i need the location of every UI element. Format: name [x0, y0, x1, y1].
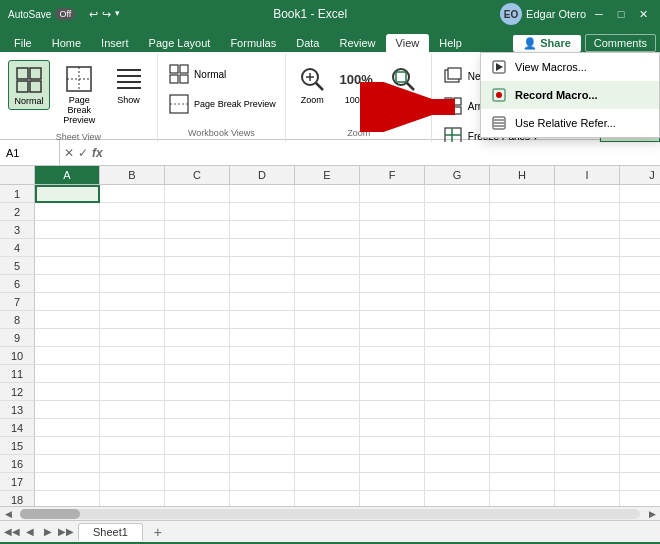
cell-I4[interactable]	[555, 239, 620, 257]
col-header-F[interactable]: F	[360, 166, 425, 184]
cell-E1[interactable]	[295, 185, 360, 203]
cell-C1[interactable]	[165, 185, 230, 203]
cell-A11[interactable]	[35, 365, 100, 383]
cell-A3[interactable]	[35, 221, 100, 239]
cell-D13[interactable]	[230, 401, 295, 419]
cell-C12[interactable]	[165, 383, 230, 401]
cell-G8[interactable]	[425, 311, 490, 329]
cell-C10[interactable]	[165, 347, 230, 365]
row-header-4[interactable]: 4	[0, 239, 35, 257]
formula-input[interactable]	[107, 140, 660, 165]
cell-C17[interactable]	[165, 473, 230, 491]
cell-C14[interactable]	[165, 419, 230, 437]
cell-J18[interactable]	[620, 491, 660, 506]
cell-H13[interactable]	[490, 401, 555, 419]
cell-F13[interactable]	[360, 401, 425, 419]
cell-E10[interactable]	[295, 347, 360, 365]
cell-J4[interactable]	[620, 239, 660, 257]
cell-G5[interactable]	[425, 257, 490, 275]
cell-E12[interactable]	[295, 383, 360, 401]
minimize-button[interactable]: ─	[590, 5, 608, 23]
cell-J2[interactable]	[620, 203, 660, 221]
cell-B13[interactable]	[100, 401, 165, 419]
cell-B17[interactable]	[100, 473, 165, 491]
cell-F1[interactable]	[360, 185, 425, 203]
cell-J1[interactable]	[620, 185, 660, 203]
col-header-I[interactable]: I	[555, 166, 620, 184]
cell-C16[interactable]	[165, 455, 230, 473]
cell-A6[interactable]	[35, 275, 100, 293]
cell-F10[interactable]	[360, 347, 425, 365]
col-header-J[interactable]: J	[620, 166, 660, 184]
row-header-9[interactable]: 9	[0, 329, 35, 347]
record-macro-item[interactable]: Record Macro...	[481, 81, 659, 109]
cell-I13[interactable]	[555, 401, 620, 419]
cell-G11[interactable]	[425, 365, 490, 383]
cell-B7[interactable]	[100, 293, 165, 311]
cell-D16[interactable]	[230, 455, 295, 473]
cell-B14[interactable]	[100, 419, 165, 437]
cell-F18[interactable]	[360, 491, 425, 506]
page-break-preview-button[interactable]: Page BreakPreview	[52, 60, 106, 128]
cell-C11[interactable]	[165, 365, 230, 383]
cell-C9[interactable]	[165, 329, 230, 347]
close-button[interactable]: ✕	[634, 5, 652, 23]
row-header-12[interactable]: 12	[0, 383, 35, 401]
cell-A12[interactable]	[35, 383, 100, 401]
cell-J6[interactable]	[620, 275, 660, 293]
tab-insert[interactable]: Insert	[91, 34, 139, 52]
cell-F11[interactable]	[360, 365, 425, 383]
cell-H17[interactable]	[490, 473, 555, 491]
cell-C6[interactable]	[165, 275, 230, 293]
cell-H16[interactable]	[490, 455, 555, 473]
formula-cancel-button[interactable]: ✕	[64, 146, 74, 160]
row-header-15[interactable]: 15	[0, 437, 35, 455]
row-header-18[interactable]: 18	[0, 491, 35, 506]
normal-view-button[interactable]: Normal	[8, 60, 50, 110]
cell-H12[interactable]	[490, 383, 555, 401]
cell-D12[interactable]	[230, 383, 295, 401]
row-header-10[interactable]: 10	[0, 347, 35, 365]
page-break-btn[interactable]: Page Break Preview	[163, 90, 280, 118]
cell-C18[interactable]	[165, 491, 230, 506]
cell-B4[interactable]	[100, 239, 165, 257]
cell-J15[interactable]	[620, 437, 660, 455]
cell-D3[interactable]	[230, 221, 295, 239]
cell-F12[interactable]	[360, 383, 425, 401]
col-header-H[interactable]: H	[490, 166, 555, 184]
tab-formulas[interactable]: Formulas	[220, 34, 286, 52]
cell-H5[interactable]	[490, 257, 555, 275]
cell-G2[interactable]	[425, 203, 490, 221]
cell-I6[interactable]	[555, 275, 620, 293]
tab-page-layout[interactable]: Page Layout	[139, 34, 221, 52]
cell-F8[interactable]	[360, 311, 425, 329]
cell-I2[interactable]	[555, 203, 620, 221]
cell-reference-box[interactable]: A1	[0, 140, 60, 165]
cell-J8[interactable]	[620, 311, 660, 329]
tab-file[interactable]: File	[4, 34, 42, 52]
cell-F16[interactable]	[360, 455, 425, 473]
cell-B12[interactable]	[100, 383, 165, 401]
row-header-2[interactable]: 2	[0, 203, 35, 221]
row-header-17[interactable]: 17	[0, 473, 35, 491]
cell-G7[interactable]	[425, 293, 490, 311]
zoom-button[interactable]: Zoom	[291, 60, 333, 108]
cell-A16[interactable]	[35, 455, 100, 473]
col-header-B[interactable]: B	[100, 166, 165, 184]
autosave-toggle-icon[interactable]: Off	[55, 8, 75, 20]
cell-I5[interactable]	[555, 257, 620, 275]
tab-data[interactable]: Data	[286, 34, 329, 52]
cell-B5[interactable]	[100, 257, 165, 275]
undo-icon[interactable]: ↩	[89, 8, 98, 21]
cell-I14[interactable]	[555, 419, 620, 437]
cell-E5[interactable]	[295, 257, 360, 275]
tab-review[interactable]: Review	[329, 34, 385, 52]
use-relative-ref-item[interactable]: Use Relative Refer...	[481, 109, 659, 137]
cell-F14[interactable]	[360, 419, 425, 437]
cell-D6[interactable]	[230, 275, 295, 293]
scrollbar-thumb[interactable]	[20, 509, 80, 519]
zoom-100-button[interactable]: 100% 100%	[335, 60, 377, 108]
cell-J16[interactable]	[620, 455, 660, 473]
cell-E13[interactable]	[295, 401, 360, 419]
cell-G18[interactable]	[425, 491, 490, 506]
